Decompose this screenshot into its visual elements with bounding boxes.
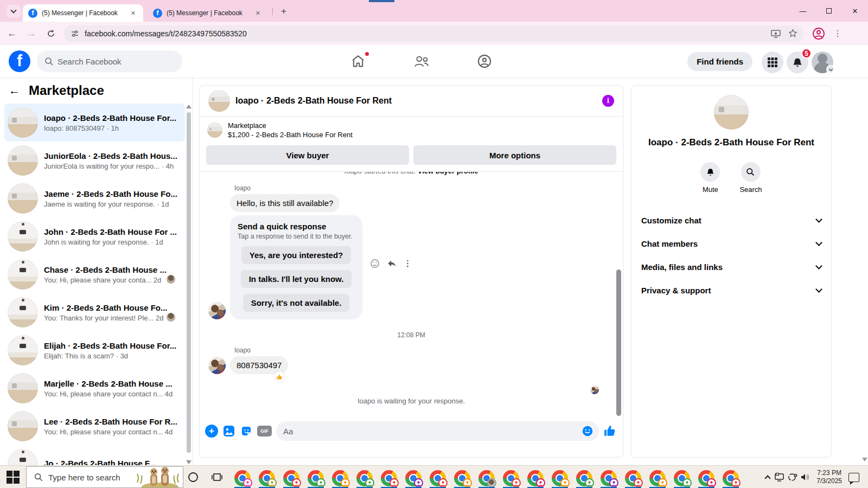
taskbar-chrome-app[interactable] (257, 467, 277, 488)
emoji-picker-icon[interactable] (582, 425, 593, 437)
chat-messages[interactable]: Ioapo started this chat. View buyer prof… (200, 171, 623, 417)
taskbar-chrome-app[interactable] (672, 467, 692, 488)
scroll-thumb[interactable] (187, 112, 191, 453)
browser-tab-inactive[interactable]: f (5) Messenger | Facebook ✕ (148, 4, 268, 22)
section-customize-chat[interactable]: Customize chat (631, 209, 831, 232)
taskbar-chrome-app[interactable] (623, 467, 643, 488)
browser-profile-button[interactable] (812, 27, 826, 41)
view-buyer-button[interactable]: View buyer (206, 145, 409, 165)
mute-button[interactable]: Mute (700, 162, 720, 194)
taskbar-chrome-app[interactable] (696, 467, 717, 488)
section-privacy-support[interactable]: Privacy & support (631, 279, 831, 302)
taskbar-chrome-app[interactable] (647, 467, 668, 488)
taskbar-chrome-app[interactable] (574, 467, 595, 488)
friends-tab[interactable] (411, 54, 432, 69)
conversation-item[interactable]: Elijah · 2-Beds 2-Bath House For... Elij… (4, 331, 185, 369)
conversation-item[interactable]: Marjelle · 2-Beds 2-Bath House ... You: … (4, 369, 185, 407)
account-menu-button[interactable] (812, 52, 833, 73)
conversation-item[interactable]: Jaeme · 2-Beds 2-Bath House Fo... Jaeme … (4, 179, 185, 217)
action-center-icon[interactable] (848, 473, 859, 482)
react-emoji-icon[interactable] (370, 259, 380, 268)
thumbs-up-reaction-icon[interactable] (274, 371, 285, 382)
message-bubble[interactable]: Hello, is this still available? (230, 194, 340, 212)
section-media-files-links[interactable]: Media, files and links (631, 255, 831, 279)
facebook-logo[interactable]: f (9, 50, 30, 72)
conversation-item[interactable]: Chase · 2-Beds 2-Bath House ... You: Hi,… (4, 255, 185, 293)
start-button[interactable] (7, 471, 20, 484)
taskbar-chrome-app[interactable] (354, 467, 375, 488)
volume-icon[interactable] (799, 473, 811, 481)
minimize-button[interactable]: — (790, 0, 816, 22)
url-text[interactable]: facebook.com/messages/t/2482349755058352… (85, 29, 763, 38)
facebook-search-input[interactable]: Search Facebook (37, 50, 182, 72)
taskbar-chrome-app[interactable] (525, 467, 546, 488)
quick-reply-button[interactable]: Yes, are you interested? (241, 246, 352, 264)
tab-list-button[interactable] (7, 5, 21, 18)
taskbar-chrome-app[interactable] (501, 467, 521, 488)
home-tab[interactable] (347, 54, 369, 69)
message-input[interactable]: Aa (276, 421, 599, 441)
taskbar-chrome-app[interactable] (452, 467, 473, 488)
reload-button[interactable] (43, 26, 59, 41)
search-in-chat-button[interactable]: Search (739, 162, 762, 194)
taskbar-chrome-app[interactable] (281, 467, 302, 488)
conversation-item[interactable]: Ioapo · 2-Beds 2-Bath House For... Ioapo… (4, 104, 185, 142)
meet-now-icon[interactable] (786, 473, 799, 481)
taskbar-chrome-app[interactable] (232, 467, 253, 488)
view-buyer-profile-link[interactable]: View buyer profile (418, 172, 478, 175)
more-options-button[interactable]: More options (413, 145, 616, 165)
scroll-up-arrow[interactable] (186, 105, 192, 108)
taskbar-chrome-app[interactable] (476, 467, 497, 488)
conversation-item[interactable]: JuniorEola · 2-Beds 2-Bath Hous... Junio… (4, 142, 185, 179)
conversation-item[interactable]: Lee · 2-Beds 2-Bath House For R... You: … (4, 407, 185, 445)
page-scrollbar[interactable] (861, 45, 868, 465)
close-button[interactable]: ✕ (842, 0, 868, 22)
conversation-item[interactable]: John · 2-Beds 2-Bath House For ... John … (4, 217, 185, 255)
more-actions-icon[interactable]: ⋮ (404, 259, 412, 268)
sender-avatar[interactable] (208, 357, 226, 374)
back-arrow-icon[interactable]: ← (9, 84, 20, 97)
chat-scrollbar-thumb[interactable] (616, 269, 621, 416)
scroll-down-arrow[interactable] (862, 458, 867, 461)
quick-reply-button[interactable]: In talks. I'll let you know. (241, 270, 352, 288)
taskbar-chrome-app[interactable] (598, 467, 619, 488)
taskbar-search[interactable]: Type here to search (26, 466, 183, 488)
conversation-item[interactable]: Kim · 2-Beds 2-Bath House Fo... You: Tha… (4, 293, 185, 331)
send-like-icon[interactable] (603, 424, 617, 438)
quick-reply-button[interactable]: Sorry, it's not available. (243, 294, 350, 312)
hidden-icons-button[interactable] (761, 474, 774, 480)
taskbar-chrome-app[interactable] (550, 467, 570, 488)
sender-avatar[interactable] (208, 302, 226, 319)
browser-tab-active[interactable]: f (5) Messenger | Facebook ✕ (23, 4, 143, 22)
scroll-down-arrow[interactable] (186, 460, 192, 464)
reply-icon[interactable] (387, 259, 397, 268)
conversation-info-icon[interactable]: i (602, 95, 614, 107)
forward-button[interactable]: → (24, 26, 39, 41)
taskbar-chrome-app[interactable] (330, 467, 350, 488)
sidebar-scrollbar[interactable] (186, 105, 192, 464)
maximize-button[interactable] (816, 0, 842, 22)
taskbar-chrome-app[interactable] (379, 467, 399, 488)
new-tab-button[interactable]: + (278, 5, 290, 17)
taskbar-chrome-app[interactable] (427, 467, 448, 488)
conversation-item[interactable]: Jo · 2-Beds 2-Bath House F... (4, 445, 185, 465)
task-view-button[interactable] (210, 471, 224, 484)
taskbar-chrome-app[interactable] (720, 467, 741, 488)
details-avatar[interactable] (714, 95, 749, 130)
install-app-button[interactable] (771, 29, 781, 38)
taskbar-clock[interactable]: 7:23 PM 7/3/2025 (816, 469, 842, 485)
photo-icon[interactable] (222, 425, 235, 438)
taskbar-chrome-app[interactable] (305, 467, 326, 488)
section-chat-members[interactable]: Chat members (631, 232, 831, 255)
cortana-button[interactable] (187, 471, 200, 484)
browser-menu-button[interactable]: ⋮ (832, 28, 843, 38)
bookmark-button[interactable] (788, 29, 797, 38)
find-friends-button[interactable]: Find friends (687, 52, 752, 71)
sticker-icon[interactable] (240, 425, 253, 438)
display-network-icon[interactable] (774, 473, 786, 481)
tab-close-icon[interactable]: ✕ (129, 9, 138, 18)
attach-plus-icon[interactable]: + (205, 425, 218, 438)
tab-close-icon[interactable]: ✕ (253, 9, 263, 18)
apps-menu-button[interactable] (762, 52, 783, 73)
taskbar-chrome-app[interactable] (403, 467, 424, 488)
